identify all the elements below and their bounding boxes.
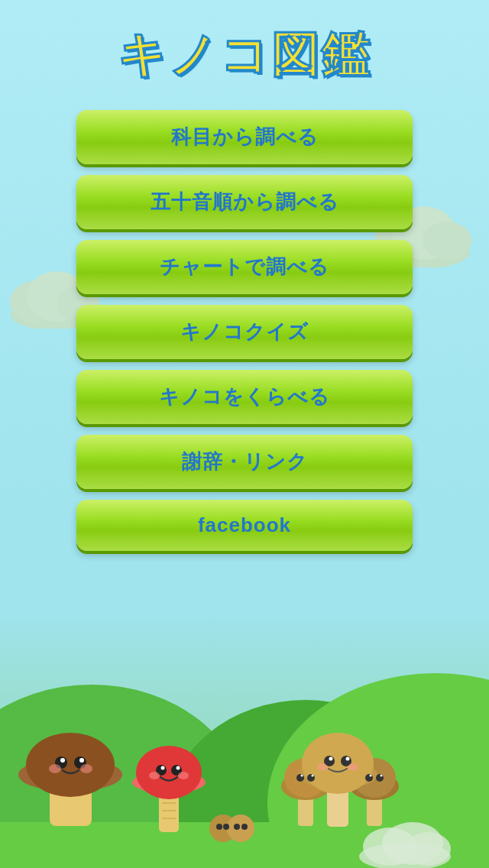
app-title: キノコ図鑑 [118,23,372,87]
svg-point-51 [301,775,303,777]
svg-point-9 [60,758,65,763]
btn-compare[interactable]: キノコをくらべる [76,370,413,424]
btn-chart[interactable]: チャートで調べる [76,240,413,294]
btn-facebook[interactable]: facebook [76,500,413,551]
svg-point-25 [176,766,180,770]
svg-point-56 [381,775,383,777]
svg-point-48 [348,763,358,771]
svg-point-46 [346,757,350,761]
svg-point-11 [79,758,84,763]
btn-aiueo[interactable]: 五十音順から調べる [76,175,413,229]
svg-point-23 [161,766,165,770]
btn-quiz[interactable]: キノコクイズ [76,305,413,359]
svg-point-27 [178,772,189,779]
svg-point-55 [370,775,372,777]
svg-point-21 [136,746,202,799]
svg-point-47 [317,763,328,771]
main-content: キノコ図鑑 科目から調べる五十音順から調べるチャートで調べるキノコクイズキノコを… [0,0,489,551]
menu-buttons: 科目から調べる五十音順から調べるチャートで調べるキノコクイズキノコをくらべる謝辞… [0,110,489,551]
svg-point-31 [223,824,229,830]
svg-point-54 [376,774,384,782]
btn-category[interactable]: 科目から調べる [76,110,413,164]
svg-point-12 [49,764,61,773]
svg-point-44 [329,757,333,761]
btn-thanks[interactable]: 謝辞・リンク [76,435,413,489]
svg-point-13 [80,764,92,773]
svg-point-29 [227,815,254,842]
svg-point-49 [296,774,304,782]
svg-point-60 [405,832,451,866]
bottom-scene [0,639,489,868]
svg-point-7 [26,733,115,797]
svg-point-32 [234,824,240,830]
svg-point-33 [241,824,248,830]
svg-point-30 [216,824,222,830]
svg-point-26 [149,772,160,779]
svg-point-53 [365,774,373,782]
svg-point-42 [302,733,374,794]
svg-point-52 [312,775,314,777]
svg-point-50 [307,774,315,782]
